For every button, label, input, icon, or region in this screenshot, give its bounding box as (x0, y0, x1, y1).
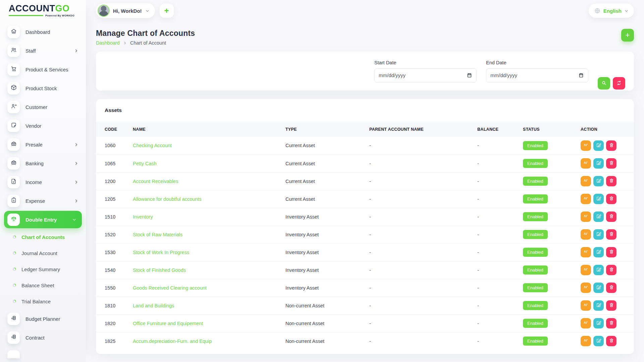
account-name-link[interactable]: Stock of Raw Materials (133, 232, 182, 237)
sidebar-item-presale[interactable]: Presale (0, 135, 86, 154)
edit-button[interactable] (593, 229, 604, 240)
edit-button[interactable] (593, 318, 604, 328)
edit-icon (596, 231, 601, 238)
edit-button[interactable] (593, 176, 604, 186)
activity-button[interactable] (581, 176, 591, 186)
account-name-link[interactable]: Office Furniture and Equipement (133, 321, 203, 326)
edit-button[interactable] (593, 300, 604, 311)
delete-button[interactable] (606, 140, 616, 151)
create-account-button[interactable]: + (621, 29, 634, 42)
sidebar-item-vendor[interactable]: Vendor (0, 116, 86, 135)
activity-button[interactable] (581, 229, 591, 240)
delete-button[interactable] (606, 158, 616, 169)
delete-button[interactable] (606, 336, 616, 346)
activity-button[interactable] (581, 212, 591, 222)
edit-button[interactable] (593, 265, 604, 275)
sidebar-item-staff[interactable]: Staff (0, 41, 86, 60)
table-row: 1820 Office Furniture and Equipement Non… (96, 314, 634, 332)
sidebar-item-budget-planner[interactable]: $ Budget Planner (0, 309, 86, 328)
sidebar-item-dashboard[interactable]: Dashboard (0, 22, 86, 41)
sidebar-subitem-ledger-summary[interactable]: Ledger Summary (0, 261, 86, 277)
calendar-icon[interactable] (578, 72, 584, 78)
sidebar-item-banking[interactable]: Banking (0, 154, 86, 173)
edit-button[interactable] (593, 283, 604, 293)
delete-button[interactable] (606, 283, 616, 293)
sidebar-subitem-balance-sheet[interactable]: Balance Sheet (0, 277, 86, 293)
accounts-table-body: 1060 Checking Account Current Asset - - … (96, 137, 634, 350)
sidebar-item-double-entry[interactable]: Double Entry (4, 211, 82, 228)
activity-button[interactable] (581, 300, 591, 311)
sidebar-item-expense[interactable]: $ Expense (0, 191, 86, 210)
account-name-link[interactable]: Land and Buildings (133, 303, 174, 308)
brand-logo[interactable]: ACCOUNTGO Powered By WORKDO (0, 0, 86, 17)
sidebar-subitem-journal-account[interactable]: Journal Account (0, 245, 86, 261)
account-name-link[interactable]: Account Receivables (133, 179, 178, 184)
account-code: 1825 (96, 332, 133, 350)
sidebar-item-customer[interactable]: Customer (0, 98, 86, 116)
activity-button[interactable] (581, 283, 591, 293)
activity-button[interactable] (581, 265, 591, 275)
reset-button[interactable] (613, 77, 625, 89)
sidebar-item-product-services[interactable]: Product & Services (0, 60, 86, 79)
account-code: 1060 (96, 137, 133, 155)
greeting-text: Hi, WorkDo! (113, 8, 142, 14)
edit-icon (596, 320, 601, 326)
account-name-link[interactable]: Stock of Finished Goods (133, 267, 186, 273)
language-selector[interactable]: English (589, 4, 634, 18)
account-balance: - (477, 226, 523, 243)
account-name-link[interactable]: Stock of Work In Progress (133, 250, 189, 255)
edit-button[interactable] (593, 194, 604, 204)
edit-button[interactable] (593, 212, 604, 222)
edit-icon (596, 338, 601, 344)
account-name-link[interactable]: Allowance for doubtful accounts (133, 196, 202, 202)
delete-button[interactable] (606, 318, 616, 328)
activity-button[interactable] (581, 318, 591, 328)
account-name-link[interactable]: Accum.depreciation-Furn. and Equip (133, 339, 212, 344)
trash-icon (609, 214, 614, 220)
sidebar-item-product-stock[interactable]: Product Stock (0, 79, 86, 98)
breadcrumb-dashboard-link[interactable]: Dashboard (96, 40, 120, 46)
chevron-right-icon (74, 180, 78, 184)
account-name-link[interactable]: Checking Account (133, 143, 172, 148)
delete-button[interactable] (606, 265, 616, 275)
sidebar-subitem-trial-balance[interactable]: Trial Balance (0, 293, 86, 309)
account-name-link[interactable]: Inventory (133, 214, 153, 220)
table-row: 1205 Allowance for doubtful accounts Cur… (96, 190, 634, 208)
trash-icon (609, 231, 614, 238)
brand-underline (9, 15, 43, 16)
delete-button[interactable] (606, 212, 616, 222)
sidebar-subitem-chart-of-accounts[interactable]: Chart of Accounts (0, 229, 86, 245)
account-name-link[interactable]: Petty Cash (133, 161, 157, 166)
delete-button[interactable] (606, 300, 616, 311)
account-type: Inventory Asset (285, 261, 369, 279)
svg-text:$: $ (13, 199, 14, 202)
account-name-link[interactable]: Goods Received Clearing account (133, 285, 207, 291)
activity-button[interactable] (581, 158, 591, 169)
search-button[interactable] (598, 77, 610, 89)
row-actions (581, 194, 634, 204)
quick-add-button[interactable]: + (160, 4, 174, 18)
edit-icon (596, 285, 601, 291)
row-actions (581, 336, 634, 346)
activity-button[interactable] (581, 140, 591, 151)
activity-button[interactable] (581, 247, 591, 257)
sidebar-item-contract[interactable]: $ Contract (0, 328, 86, 347)
status-badge: Enabled (523, 319, 548, 328)
delete-button[interactable] (606, 247, 616, 257)
edit-button[interactable] (593, 140, 604, 151)
delete-button[interactable] (606, 229, 616, 240)
activity-button[interactable] (581, 194, 591, 204)
start-date-input[interactable]: mm/dd/yyyy (374, 68, 477, 82)
end-date-input[interactable]: mm/dd/yyyy (486, 68, 588, 82)
status-badge: Enabled (523, 230, 548, 239)
box-icon (10, 84, 17, 92)
calendar-icon[interactable] (467, 72, 472, 78)
delete-button[interactable] (606, 194, 616, 204)
edit-button[interactable] (593, 158, 604, 169)
user-menu[interactable]: Hi, WorkDo! (96, 3, 155, 18)
sidebar-item-income[interactable]: Income (0, 173, 86, 191)
delete-button[interactable] (606, 176, 616, 186)
edit-button[interactable] (593, 336, 604, 346)
activity-button[interactable] (581, 336, 591, 346)
edit-button[interactable] (593, 247, 604, 257)
